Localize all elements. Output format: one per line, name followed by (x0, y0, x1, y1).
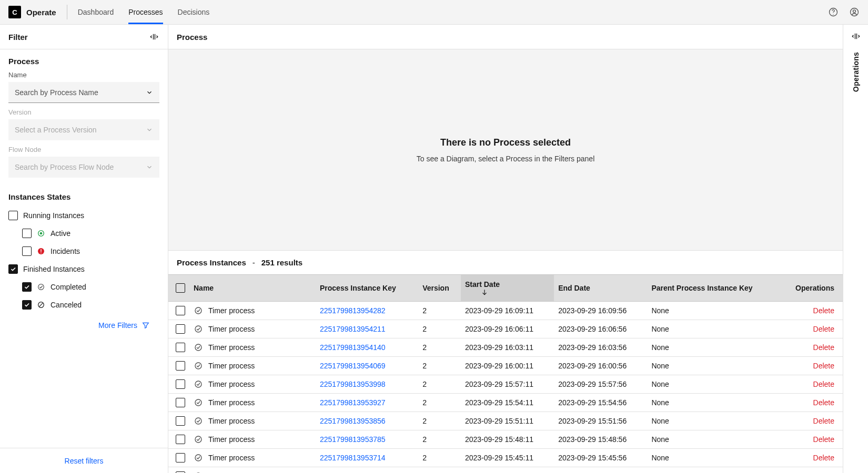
svg-point-19 (195, 455, 201, 461)
instance-key-link[interactable]: 2251799813954069 (320, 362, 386, 370)
checkbox-select-all[interactable] (176, 283, 185, 293)
incidents-icon (37, 247, 45, 255)
row-name: Timer process (208, 454, 255, 462)
svg-point-18 (195, 436, 201, 443)
row-name: Timer process (208, 343, 255, 352)
row-parent: None (647, 338, 780, 357)
row-checkbox[interactable] (176, 343, 185, 352)
operations-rail-label[interactable]: Operations (852, 52, 860, 92)
delete-button[interactable]: Delete (813, 306, 834, 315)
row-name: Timer process (208, 435, 255, 444)
top-nav: C Operate Dashboard Processes Decisions (0, 0, 868, 25)
row-checkbox[interactable] (176, 379, 185, 389)
col-version[interactable]: Version (418, 275, 461, 302)
row-checkbox[interactable] (176, 416, 185, 426)
row-end: 2023-09-29 16:00:56 (554, 357, 647, 375)
help-icon[interactable] (828, 7, 839, 17)
row-checkbox[interactable] (176, 435, 185, 444)
version-label: Version (8, 108, 159, 116)
row-end: 2023-09-29 16:09:56 (554, 302, 647, 320)
instance-key-link[interactable]: 2251799813953927 (320, 398, 386, 407)
user-icon[interactable] (849, 7, 860, 17)
process-flownode-select: Search by Process Flow Node (8, 157, 159, 178)
instance-key-link[interactable]: 2251799813954211 (320, 325, 386, 333)
svg-point-5 (40, 232, 43, 235)
checkbox-finished[interactable] (8, 264, 18, 274)
delete-button[interactable]: Delete (813, 343, 834, 352)
delete-button[interactable]: Delete (813, 435, 834, 444)
process-name-select[interactable]: Search by Process Name (8, 82, 159, 103)
delete-button[interactable]: Delete (813, 362, 834, 370)
row-checkbox[interactable] (176, 398, 185, 407)
brand-logo: C (8, 6, 21, 18)
row-checkbox[interactable] (176, 324, 185, 334)
completed-icon (37, 283, 45, 291)
instance-key-link[interactable]: 2251799813953856 (320, 417, 386, 425)
svg-rect-7 (41, 249, 41, 252)
expand-operations-icon[interactable] (851, 31, 861, 42)
row-name: Timer process (208, 362, 255, 370)
row-version: 2 (418, 449, 461, 467)
table-row: Timer process 2251799813953714 2 2023-09… (168, 449, 843, 467)
delete-button[interactable]: Delete (813, 380, 834, 388)
checkbox-canceled[interactable] (22, 300, 32, 310)
checkbox-active[interactable] (22, 229, 32, 238)
completed-icon (194, 343, 203, 352)
completed-icon (194, 435, 203, 444)
label-finished: Finished Instances (23, 265, 85, 273)
check-incidents[interactable]: Incidents (22, 242, 159, 260)
process-version-select: Select a Process Version (8, 119, 159, 140)
svg-point-11 (195, 307, 201, 314)
col-select-all[interactable] (168, 275, 189, 302)
col-key[interactable]: Process Instance Key (316, 275, 418, 302)
checkbox-running[interactable] (8, 211, 18, 220)
check-canceled[interactable]: Canceled (22, 296, 159, 314)
row-checkbox[interactable] (176, 453, 185, 462)
row-version: 2 (418, 320, 461, 338)
tab-dashboard[interactable]: Dashboard (78, 0, 114, 24)
dash: - (253, 258, 255, 267)
row-parent: None (647, 357, 780, 375)
svg-point-2 (851, 8, 859, 16)
label-incidents: Incidents (51, 247, 80, 255)
instance-key-link[interactable]: 2251799813953785 (320, 435, 386, 444)
checkbox-completed[interactable] (22, 282, 32, 292)
instance-key-link[interactable]: 2251799813953714 (320, 454, 386, 462)
svg-point-16 (195, 399, 201, 406)
check-running-instances[interactable]: Running Instances (8, 207, 159, 224)
delete-button[interactable]: Delete (813, 454, 834, 462)
completed-icon (194, 416, 203, 426)
collapse-filter-icon[interactable] (149, 32, 159, 42)
instance-key-link[interactable]: 2251799813954282 (320, 306, 386, 315)
row-checkbox[interactable] (176, 306, 185, 315)
col-parent-key[interactable]: Parent Process Instance Key (647, 275, 780, 302)
instance-key-link[interactable]: 2251799813953998 (320, 380, 386, 388)
col-start-date[interactable]: Start Date (461, 275, 554, 302)
check-finished-instances[interactable]: Finished Instances (8, 260, 159, 278)
more-filters-label: More Filters (98, 321, 137, 330)
diagram-empty-title: There is no Process selected (440, 137, 571, 148)
completed-icon (194, 361, 203, 371)
col-end-date[interactable]: End Date (554, 275, 647, 302)
tab-decisions[interactable]: Decisions (178, 0, 210, 24)
check-completed[interactable]: Completed (22, 278, 159, 296)
canceled-icon (37, 301, 45, 309)
instance-key-link[interactable]: 2251799813954140 (320, 343, 386, 352)
reset-filters-button[interactable]: Reset filters (0, 448, 168, 473)
tab-processes[interactable]: Processes (128, 0, 163, 24)
label-canceled: Canceled (51, 301, 82, 309)
delete-button[interactable]: Delete (813, 398, 834, 407)
diagram-empty-sub: To see a Diagram, select a Process in th… (417, 155, 595, 163)
delete-button[interactable]: Delete (813, 417, 834, 425)
row-start: 2023-09-29 16:09:11 (461, 302, 554, 320)
row-end: 2023-09-29 15:48:56 (554, 430, 647, 449)
svg-point-1 (833, 14, 833, 15)
row-checkbox[interactable] (176, 361, 185, 371)
completed-icon (194, 398, 203, 407)
more-filters-button[interactable]: More Filters (8, 314, 159, 337)
checkbox-incidents[interactable] (22, 246, 32, 256)
delete-button[interactable]: Delete (813, 325, 834, 333)
check-active[interactable]: Active (22, 224, 159, 242)
col-name[interactable]: Name (189, 275, 316, 302)
svg-point-12 (195, 326, 201, 332)
